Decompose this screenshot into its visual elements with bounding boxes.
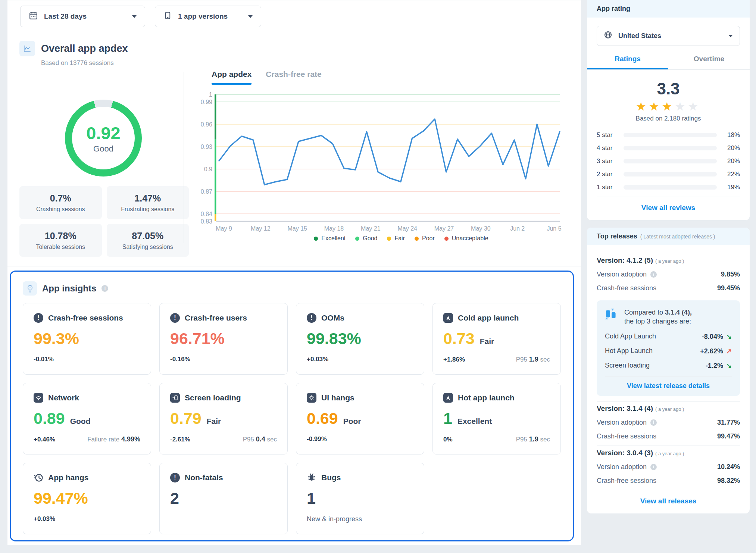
card-title: OOMs xyxy=(321,313,344,322)
info-icon[interactable]: i xyxy=(650,271,657,278)
version-adoption-row: Version adoption i 9.85% xyxy=(597,271,740,278)
tab-ratings[interactable]: Ratings xyxy=(587,55,668,69)
stat-label: Frustrating sessions xyxy=(121,206,174,213)
line-chart-icon xyxy=(19,41,35,56)
view-latest-release-details-link[interactable]: View latest release details xyxy=(605,377,732,394)
insight-card-bugs[interactable]: Bugs 1 New & in-progress xyxy=(296,463,424,534)
star-dist-bar xyxy=(624,172,717,176)
legend-item-good[interactable]: Good xyxy=(355,235,377,242)
svg-text:May 18: May 18 xyxy=(324,225,344,232)
card-value: 99.3% xyxy=(34,329,79,348)
insight-card-screen-loading[interactable]: Screen loading 0.79Fair -2.61%P95 0.4 se… xyxy=(159,383,288,454)
card-subtext: New & in-progress xyxy=(307,515,362,523)
release-version: Version: 3.0.4 (3)( a year ago ) xyxy=(597,449,740,457)
version-adoption-row: Version adoption i 31.77% xyxy=(597,419,740,427)
svg-text:May 12: May 12 xyxy=(251,225,271,232)
spinner-icon xyxy=(307,393,316,403)
apdex-stat: 1.47% Frustrating sessions xyxy=(107,186,189,219)
svg-text:May 30: May 30 xyxy=(471,225,491,232)
tab-overtime[interactable]: Overtime xyxy=(668,55,750,69)
vertical-divider xyxy=(184,72,184,243)
insight-card-app-hangs[interactable]: App hangs 99.47% +0.03% xyxy=(23,463,151,534)
star-dist-row: 4 star 20% xyxy=(597,144,740,152)
legend-item-excellent[interactable]: Excellent xyxy=(314,235,346,242)
view-all-releases-link[interactable]: View all releases xyxy=(597,490,740,510)
card-extra-metric: Failure rate 4.99% xyxy=(87,435,140,443)
card-value: 96.71% xyxy=(170,329,225,348)
apdex-stat: 10.78% Tolerable sessions xyxy=(19,224,102,257)
insight-card-ooms[interactable]: !OOMs 99.83% +0.03% xyxy=(296,303,424,375)
top-releases-card: Top releases( Latest most adopted releas… xyxy=(587,227,750,514)
info-icon[interactable]: i xyxy=(650,464,657,470)
card-title: Screen loading xyxy=(185,393,241,402)
insight-card-hot-app-launch[interactable]: Hot app launch 1Excellent 0%P95 1.9 sec xyxy=(432,383,561,454)
comparison-changes: Cold App Launch -8.04%↘ Hot App Launch +… xyxy=(605,332,732,370)
tab-app-apdex[interactable]: App apdex xyxy=(212,70,252,85)
comparison-change-row: Cold App Launch -8.04%↘ xyxy=(605,332,732,341)
svg-text:Jun 2: Jun 2 xyxy=(510,225,525,232)
insight-card-non-fatals[interactable]: !Non-fatals 2 xyxy=(159,463,288,534)
card-title: Network xyxy=(48,393,79,402)
card-qualifier: Good xyxy=(70,417,91,426)
app-versions-dropdown[interactable]: 1 app versions xyxy=(155,6,261,27)
top-releases-header: Top releases( Latest most adopted releas… xyxy=(587,228,750,245)
rating-score: 3.3 xyxy=(597,79,740,98)
country-dropdown[interactable]: United States xyxy=(597,26,740,46)
date-range-dropdown[interactable]: Last 28 days xyxy=(20,6,145,27)
legend-dot xyxy=(314,237,318,241)
insight-card-crash-free-sessions[interactable]: !Crash-free sessions 99.3% -0.01% xyxy=(23,303,151,375)
card-value: 0.79 xyxy=(170,409,202,428)
svg-text:May 9: May 9 xyxy=(216,225,232,232)
trend-up-arrow-icon: ↗ xyxy=(726,347,732,355)
star-dist-row: 1 star 19% xyxy=(597,184,740,191)
info-icon[interactable]: i xyxy=(101,285,108,292)
svg-text:0.87: 0.87 xyxy=(201,188,212,195)
rating-tabs: RatingsOvertime xyxy=(587,55,750,70)
card-title: UI hangs xyxy=(321,393,354,402)
card-value: 99.47% xyxy=(34,489,88,507)
alert-circle-icon: ! xyxy=(170,473,180,482)
trend-down-arrow-icon: ↘ xyxy=(726,333,732,340)
insight-card-cold-app-launch[interactable]: Cold app launch 0.73Fair +1.86%P95 1.9 s… xyxy=(432,303,561,375)
legend-dot xyxy=(415,237,419,241)
apdex-stat: 87.05% Satisfying sessions xyxy=(107,224,189,257)
card-qualifier: Poor xyxy=(343,417,361,426)
release-version: Version: 3.1.4 (4)( a year ago ) xyxy=(597,404,740,413)
view-all-reviews-link[interactable]: View all reviews xyxy=(597,197,740,217)
crash-free-row: Crash-free sessions 99.47% xyxy=(597,432,740,440)
legend-item-poor[interactable]: Poor xyxy=(415,235,435,242)
legend-item-unacceptable[interactable]: Unacceptable xyxy=(444,235,488,242)
svg-text:May 24: May 24 xyxy=(397,225,417,232)
filters-bar: Last 28 days 1 app versions xyxy=(20,6,261,27)
app-versions-value: 1 app versions xyxy=(178,12,228,21)
insights-title: App insights xyxy=(42,283,96,294)
card-qualifier: Fair xyxy=(207,417,221,426)
network-icon xyxy=(34,393,43,403)
star-dist-percent: 20% xyxy=(722,157,740,165)
star-dist-label: 2 star xyxy=(597,171,618,178)
bug-icon xyxy=(307,473,316,482)
release-block: Version: 4.1.2 (5)( a year ago ) Version… xyxy=(597,256,740,292)
svg-text:Jun 5: Jun 5 xyxy=(547,225,561,232)
stat-value: 87.05% xyxy=(132,231,163,241)
apdex-stats: 0.7% Crashing sessions 1.47% Frustrating… xyxy=(19,186,189,257)
stat-label: Tolerable sessions xyxy=(36,244,85,250)
insight-card-network[interactable]: Network 0.89Good +0.46%Failure rate 4.99… xyxy=(23,383,151,454)
top-releases-note: ( Latest most adopted releases ) xyxy=(640,234,715,240)
app-insights-header: App insights i xyxy=(11,272,573,303)
tab-crash-free-rate[interactable]: Crash-free rate xyxy=(266,70,321,85)
comparison-change-row: Hot App Launch +2.62%↗ xyxy=(605,347,732,355)
info-icon[interactable]: i xyxy=(650,419,657,426)
svg-text:0.96: 0.96 xyxy=(201,121,212,128)
insight-card-ui-hangs[interactable]: UI hangs 0.69Poor -0.99% xyxy=(296,383,424,454)
stat-label: Satisfying sessions xyxy=(122,244,173,250)
comparison-text: Compared to 3.1.4 (4), the top 3 changes… xyxy=(624,308,692,326)
legend-item-fair[interactable]: Fair xyxy=(387,235,405,242)
svg-text:0.99: 0.99 xyxy=(201,99,212,105)
version-adoption-row: Version adoption i 10.24% xyxy=(597,463,740,471)
star-icon: ★ xyxy=(649,100,662,113)
card-title: Crash-free users xyxy=(185,313,247,322)
crash-free-row: Crash-free sessions 98.32% xyxy=(597,477,740,485)
release-block: Version: 3.1.4 (4)( a year ago ) Version… xyxy=(597,404,740,440)
insight-card-crash-free-users[interactable]: !Crash-free users 96.71% -0.16% xyxy=(159,303,288,375)
